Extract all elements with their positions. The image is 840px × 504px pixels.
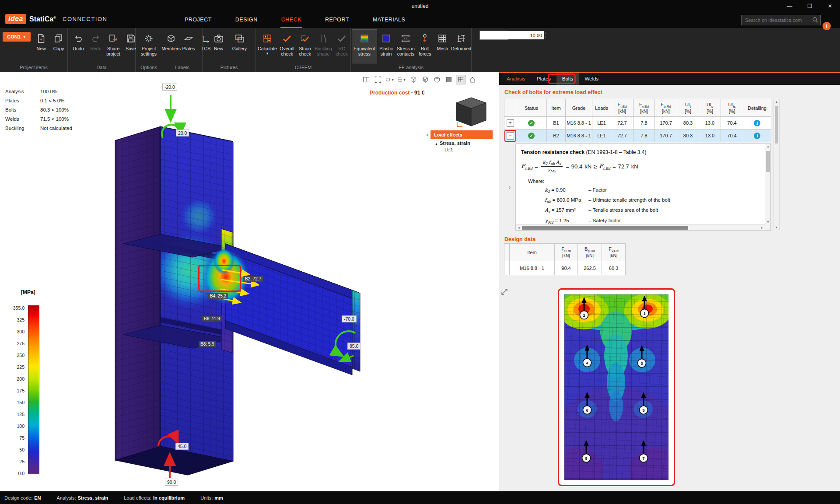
scroll-up-icon[interactable]: ▲ <box>765 145 771 148</box>
split-view-icon[interactable] <box>361 75 371 84</box>
new-picture-button[interactable]: New <box>209 29 228 63</box>
redo-button[interactable]: Redo <box>87 29 105 63</box>
navigation-cube[interactable] <box>453 95 490 130</box>
expand-figure-icon[interactable] <box>500 288 508 296</box>
table-row-b1[interactable]: + ✓ B1 M16 8.8 - 1 LE1 72.7 7.8 170.7 80… <box>504 117 771 130</box>
detailing-info-icon[interactable]: i <box>754 120 760 126</box>
bolt-forces-button[interactable]: Bolt forces <box>416 29 434 63</box>
model-3d[interactable] <box>0 72 499 491</box>
buckling-shape-button[interactable]: Buckling shape <box>314 29 333 63</box>
scrollbar-thumb[interactable] <box>766 151 770 172</box>
orbit-icon[interactable]: ▼ <box>385 75 395 84</box>
shading-edges-icon[interactable] <box>456 75 466 84</box>
col-fv-ed: Fv,Ed[kN] <box>634 99 655 117</box>
plates-labels-button[interactable]: Plates <box>180 29 197 63</box>
new-project-button[interactable]: New <box>32 29 50 63</box>
gallery-button[interactable]: Gallery <box>230 29 249 63</box>
design-data-row[interactable]: M16 8.8 - 1 90.4 262.5 60.3 <box>504 261 626 275</box>
minimize-icon: — <box>787 3 792 9</box>
scroll-down-icon[interactable]: ▼ <box>774 226 779 229</box>
close-button[interactable]: ✕ <box>820 0 840 12</box>
view-iso-icon[interactable] <box>409 75 418 84</box>
main-menu: PROJECT DESIGN CHECK REPORT MATERIALS <box>184 12 406 28</box>
menu-report[interactable]: REPORT <box>324 12 350 28</box>
spin-down-icon[interactable]: ▼ <box>544 35 547 40</box>
detail-title: Tension resistance check <box>521 149 584 155</box>
tab-bolts[interactable]: Bolts <box>556 73 579 85</box>
minimize-button[interactable]: — <box>780 0 800 12</box>
deformed-scale-spinner[interactable]: ▲▼ <box>480 31 508 40</box>
overall-check-button[interactable]: Overall check <box>278 29 296 63</box>
svg-text:1: 1 <box>643 312 645 316</box>
tab-analysis[interactable]: Analysis <box>501 73 531 85</box>
redo-icon <box>91 32 101 45</box>
scroll-right-icon[interactable]: ► <box>759 225 765 231</box>
collapse-row-button[interactable]: − <box>507 132 514 140</box>
tree-item-stress-strain[interactable]: ▲Stress, strain <box>430 139 493 146</box>
scroll-down-icon[interactable]: ▼ <box>765 220 771 224</box>
tab-plates[interactable]: Plates <box>531 73 556 85</box>
tab-welds[interactable]: Welds <box>579 73 604 85</box>
results-panel: Analysis Plates Bolts Welds Check of bol… <box>499 72 840 491</box>
svg-text:2: 2 <box>583 313 585 318</box>
load-label-bottom-force: 90.0 <box>165 479 178 486</box>
search-input[interactable] <box>741 15 821 25</box>
equivalent-stress-button[interactable]: Equivalent stress <box>352 29 377 63</box>
view-front-icon[interactable] <box>420 75 430 84</box>
col-fb-rd: Fb,Rd[kN] <box>655 99 677 117</box>
scroll-left-icon[interactable]: ◄ <box>516 225 522 231</box>
scrollbar-thumb[interactable] <box>522 226 688 230</box>
tree-item-le1[interactable]: LE1 <box>430 146 493 152</box>
table-row-b2[interactable]: − ✓ B2 M16 8.8 - 1 LE1 72.7 7.8 170.7 80… <box>504 130 771 142</box>
rc-check-button[interactable]: RC check <box>333 29 350 63</box>
detail-vertical-scrollbar[interactable]: ▲▼ <box>765 144 770 224</box>
scroll-up-icon[interactable]: ▲ <box>774 100 779 103</box>
members-labels-button[interactable]: Members <box>162 29 180 63</box>
contacts-icon <box>400 32 411 45</box>
menu-materials[interactable]: MATERIALS <box>372 12 406 28</box>
group-caption: CBFEM <box>256 64 350 72</box>
project-settings-button[interactable]: Project settings <box>137 29 161 63</box>
where-row: γM2 = 1.25– Safety factor <box>516 214 770 224</box>
menu-check[interactable]: CHECK <box>280 12 302 28</box>
scrollbar-thumb[interactable] <box>775 106 778 144</box>
tree-root-load-effects[interactable]: Load effects <box>430 130 493 139</box>
status-design-code: Design code:EN <box>4 495 41 500</box>
connection-selector[interactable]: CON1▼ <box>3 32 31 42</box>
plates-icon <box>183 32 194 45</box>
section-icon[interactable]: ▼ <box>397 75 406 84</box>
fullscreen-icon[interactable] <box>373 75 383 84</box>
collapse-icon[interactable]: ◄ <box>425 133 429 137</box>
maximize-button[interactable]: ❐ <box>800 0 820 12</box>
calculate-icon <box>262 32 273 45</box>
save-icon <box>126 32 136 45</box>
shading-solid-icon[interactable] <box>444 75 454 84</box>
view-top-icon[interactable] <box>432 75 442 84</box>
menu-design[interactable]: DESIGN <box>234 12 259 28</box>
home-view-icon[interactable] <box>468 75 477 84</box>
calculate-button[interactable]: Calculate ▼ <box>257 29 278 63</box>
bolts-table-block: Status Item Grade Loads Ft,Ed[kN] Fv,Ed[… <box>504 99 787 231</box>
stress-in-contacts-button[interactable]: Stress in contacts <box>395 29 416 63</box>
deformed-button[interactable]: Deformed <box>451 29 471 63</box>
share-project-button[interactable]: Share project <box>105 29 122 63</box>
undo-button[interactable]: Undo <box>70 29 87 63</box>
detail-horizontal-scrollbar[interactable]: ◄► <box>516 224 765 230</box>
chevron-down-icon: ▼ <box>266 52 269 56</box>
detailing-info-icon[interactable]: i <box>754 133 760 139</box>
scale-value-input[interactable] <box>480 31 544 39</box>
strain-check-button[interactable]: Strain check <box>296 29 314 63</box>
info-icon[interactable]: i <box>822 22 831 30</box>
detail-expander[interactable]: › <box>504 144 515 231</box>
idea-logo-icon: idea <box>5 14 26 24</box>
colorbar-unit: [MPa] <box>21 289 35 295</box>
mesh-button[interactable]: Mesh <box>434 29 451 63</box>
table-vertical-scrollbar[interactable]: ▲▼ <box>774 99 780 230</box>
expand-row-button[interactable]: + <box>507 119 514 127</box>
spin-up-icon[interactable]: ▲ <box>544 31 547 35</box>
bolt-forces-figure annotation-figure: 2 1 4 3 6 5 8 7 <box>558 288 675 486</box>
viewport-3d[interactable]: ▼ ▼ Analysis100.0% Plates0.1 < 5.0% Bolt… <box>0 72 499 491</box>
plastic-strain-button[interactable]: Plastic strain <box>377 29 396 63</box>
menu-project[interactable]: PROJECT <box>184 12 213 28</box>
copy-button[interactable]: Copy <box>50 29 67 63</box>
